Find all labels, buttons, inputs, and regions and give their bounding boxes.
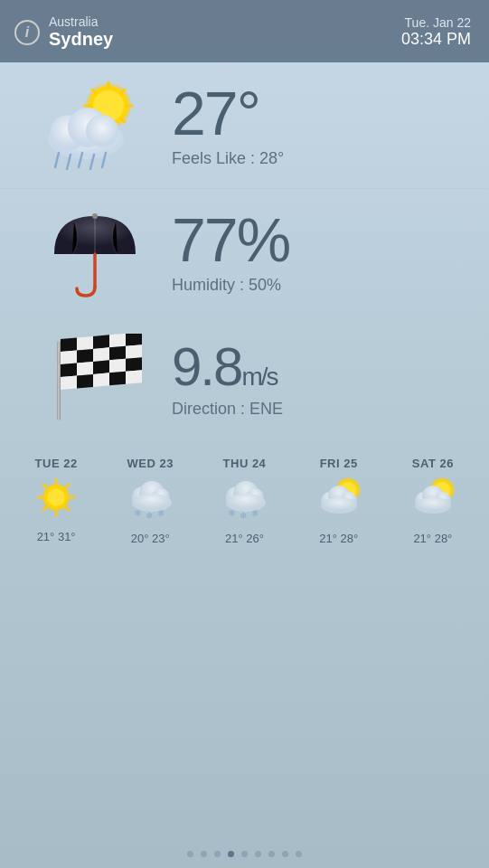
- humidity-value: 77%: [172, 209, 462, 270]
- page-dot-0[interactable]: [187, 851, 193, 857]
- location-city: Sydney: [49, 29, 113, 50]
- umbrella-icon: [45, 207, 145, 297]
- header: i Australia Sydney Tue. Jan 22 03:34 PM: [0, 0, 489, 62]
- forecast-day-3: FRI 25 21° 28°: [298, 457, 380, 545]
- forecast-icon-0: [34, 476, 78, 524]
- weather-icon: [27, 80, 163, 171]
- wind-speed-value: 9.8m/s: [172, 340, 462, 394]
- humidity-section: 77% Humidity : 50%: [0, 189, 489, 316]
- svg-point-44: [47, 488, 64, 505]
- svg-rect-34: [77, 362, 93, 376]
- forecast-day-label: SAT 26: [412, 457, 454, 470]
- temperature-info: 27° Feels Like : 28°: [163, 82, 462, 168]
- page-dots: [0, 851, 489, 857]
- svg-rect-35: [93, 360, 109, 374]
- svg-rect-24: [77, 336, 93, 351]
- forecast-day-4: SAT 26 21° 28°: [392, 457, 474, 545]
- svg-rect-30: [93, 347, 109, 362]
- forecast-day-1: WED 23 ❄ ❄ ❄ 20° 23°: [109, 457, 191, 545]
- flag-icon-container: [27, 334, 163, 424]
- svg-rect-27: [126, 334, 142, 346]
- sun-cloud-rain-icon: [41, 80, 149, 171]
- humidity-info: 77% Humidity : 50%: [163, 209, 462, 295]
- header-date: Tue. Jan 22: [401, 15, 471, 30]
- svg-text:❄: ❄: [228, 508, 235, 518]
- svg-rect-36: [109, 359, 126, 373]
- forecast-day-label: FRI 25: [320, 457, 358, 470]
- svg-rect-28: [61, 351, 77, 365]
- svg-text:❄: ❄: [134, 508, 141, 518]
- temperature-section: 27° Feels Like : 28°: [0, 62, 489, 189]
- svg-rect-39: [77, 374, 93, 389]
- forecast-temps-4: 21° 28°: [413, 532, 452, 545]
- svg-rect-23: [61, 338, 77, 353]
- svg-text:❄: ❄: [240, 511, 247, 521]
- svg-rect-25: [93, 335, 109, 349]
- svg-point-74: [321, 497, 357, 514]
- svg-rect-41: [109, 372, 126, 386]
- forecast-day-0: TUE 22 21° 31°: [15, 457, 97, 543]
- svg-line-15: [55, 153, 59, 167]
- svg-point-14: [86, 115, 118, 147]
- svg-rect-29: [77, 349, 93, 363]
- info-icon[interactable]: i: [14, 20, 40, 45]
- umbrella-icon-container: [27, 207, 163, 297]
- page-dot-4[interactable]: [241, 851, 248, 857]
- forecast-day-label: WED 23: [127, 457, 174, 470]
- page-dot-1[interactable]: [201, 851, 207, 857]
- location-country: Australia: [49, 14, 113, 29]
- temperature-value: 27°: [172, 82, 462, 144]
- page-dot-8[interactable]: [296, 851, 302, 857]
- wind-direction: Direction : ENE: [172, 400, 462, 419]
- svg-line-50: [43, 485, 47, 488]
- forecast-icon-2: ❄ ❄ ❄: [221, 476, 268, 526]
- forecast-icon-4: [409, 476, 456, 526]
- wind-info: 9.8m/s Direction : ENE: [163, 340, 462, 419]
- forecast-temps-1: 20° 23°: [131, 532, 170, 545]
- page-dot-3[interactable]: [228, 851, 234, 857]
- forecast-temps-3: 21° 28°: [319, 532, 358, 545]
- page-dot-6[interactable]: [268, 851, 275, 857]
- svg-line-51: [66, 485, 70, 488]
- svg-line-52: [43, 507, 47, 511]
- page-dot-2[interactable]: [214, 851, 221, 857]
- svg-line-53: [66, 507, 70, 511]
- forecast-temps-0: 21° 31°: [37, 530, 76, 543]
- svg-rect-42: [126, 370, 142, 384]
- forecast-section: TUE 22 21° 31° WED 23 ❄ ❄ ❄ 20° 23°: [0, 442, 489, 556]
- svg-text:❄: ❄: [251, 508, 259, 518]
- header-right: Tue. Jan 22 03:34 PM: [401, 15, 471, 49]
- forecast-day-2: THU 24 ❄ ❄ ❄ 21° 26°: [203, 457, 285, 545]
- forecast-day-label: TUE 22: [35, 457, 78, 470]
- forecast-icon-1: ❄ ❄ ❄: [127, 476, 174, 526]
- svg-rect-31: [109, 346, 126, 361]
- header-time: 03:34 PM: [401, 30, 471, 49]
- checkered-flag-icon: [41, 334, 149, 424]
- svg-point-20: [92, 213, 98, 219]
- location-text: Australia Sydney: [49, 14, 113, 50]
- svg-rect-26: [109, 334, 126, 347]
- wind-section: 9.8m/s Direction : ENE: [0, 316, 489, 442]
- header-left: i Australia Sydney: [14, 14, 113, 50]
- svg-rect-33: [61, 363, 77, 378]
- forecast-icon-3: [315, 476, 362, 526]
- forecast-temps-2: 21° 26°: [225, 532, 264, 545]
- humidity-label: Humidity : 50%: [172, 276, 462, 295]
- svg-rect-37: [126, 357, 142, 372]
- forecast-day-label: THU 24: [223, 457, 267, 470]
- svg-rect-32: [126, 344, 142, 359]
- svg-text:❄: ❄: [146, 511, 153, 521]
- svg-rect-38: [61, 376, 77, 391]
- page-dot-5[interactable]: [255, 851, 261, 857]
- svg-point-81: [415, 497, 451, 514]
- svg-rect-22: [57, 341, 61, 420]
- svg-rect-40: [93, 373, 109, 387]
- feels-like: Feels Like : 28°: [172, 149, 462, 168]
- svg-text:❄: ❄: [157, 508, 165, 518]
- page-dot-7[interactable]: [282, 851, 288, 857]
